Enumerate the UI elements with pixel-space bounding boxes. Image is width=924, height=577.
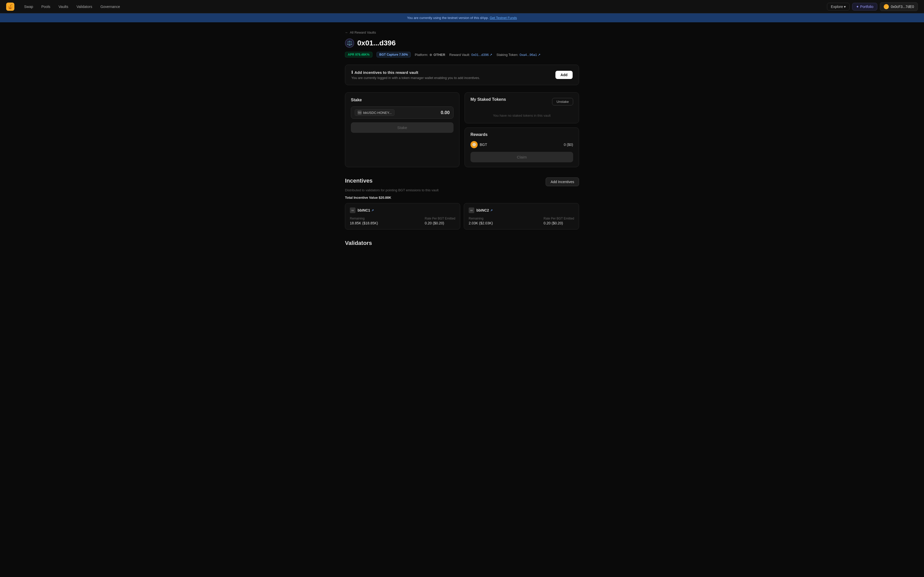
nav-vaults[interactable]: Vaults (55, 3, 72, 10)
vault-icon: ⚖️ (345, 39, 354, 48)
info-icon: ℹ (351, 70, 353, 75)
incentive-card-1: bbl bbINC1 ↗ Remaining 18.85K ($18.85K) … (345, 203, 460, 229)
inc-icon-1: bbl (350, 208, 355, 213)
stake-section: Stake TKN bbUSDC-HONEY... 0.00 Stake My … (345, 92, 579, 167)
validators-section: Validators (345, 240, 579, 247)
page-title: 0x01...d396 (357, 39, 396, 47)
back-link[interactable]: ← All Reward Vaults (345, 31, 579, 34)
wallet-avatar (884, 4, 889, 9)
token-icon: TKN (357, 111, 362, 114)
bgt-token: 🅑 BGT (470, 141, 487, 148)
incentive-data-2: Remaining 2.03K ($2.03K) Rate Per BGT Em… (468, 217, 574, 225)
staked-tokens-title: My Staked Tokens (470, 97, 506, 102)
unstake-button[interactable]: Unstake (552, 98, 573, 105)
banner-text: You are currently using the testnet vers… (407, 16, 489, 20)
external-link-icon: ↗ (489, 53, 492, 57)
nav-swap[interactable]: Swap (21, 3, 37, 10)
incentives-title: Incentives (345, 177, 373, 184)
testnet-banner: You are currently using the testnet vers… (0, 13, 924, 22)
inc-remaining-2: Remaining 2.03K ($2.03K) (468, 217, 493, 225)
staked-tokens-header: My Staked Tokens Unstake (470, 97, 573, 106)
inc-rate-2: Rate Per BGT Emitted 0.20 ($0.20) (544, 217, 574, 225)
nav-right: Explore ▾ ✦ Portfolio 0x0cF3...7dE0 (827, 2, 918, 11)
incentives-title-group: Incentives (345, 177, 373, 184)
add-incentives-info-box: ℹ Add incentives to this reward vault Yo… (345, 64, 579, 85)
right-cards: My Staked Tokens Unstake You have no sta… (465, 92, 579, 167)
nav-links: Swap Pools Vaults Validators Governance (21, 3, 825, 10)
incentive-token-row-2: bbl bbINC2 ↗ (468, 208, 574, 213)
staking-token-item: Staking Token: 0xa4...96a1 ↗ (496, 53, 541, 57)
nav-validators[interactable]: Validators (73, 3, 96, 10)
token-selector[interactable]: TKN bbUSDC-HONEY... (355, 109, 394, 116)
meta-row: APR 979.46K% BGT Capture 7.50% Platform:… (345, 52, 579, 58)
claim-button[interactable]: Claim (470, 152, 573, 162)
inc-name-1: bbINC1 ↗ (357, 208, 374, 212)
inc-remaining-1: Remaining 18.85K ($18.85K) (350, 217, 378, 225)
incentive-card-2: bbl bbINC2 ↗ Remaining 2.03K ($2.03K) Ra… (464, 203, 579, 229)
reward-vault-item: Reward Vault: 0x01...d396 ↗ (449, 53, 493, 57)
platform-item: Platform: ⊕ OTHER (415, 53, 445, 57)
testnet-funds-link[interactable]: Get Testnet Funds (490, 16, 517, 20)
arrow-left-icon: ← (345, 31, 348, 34)
rewards-title: Rewards (470, 132, 573, 137)
portfolio-button[interactable]: ✦ Portfolio (852, 3, 877, 11)
reward-token-name: BGT (480, 143, 487, 147)
wallet-button[interactable]: 0x0cF3...7dE0 (880, 2, 918, 11)
main-content: ← All Reward Vaults ⚖️ 0x01...d396 APR 9… (339, 22, 585, 257)
external-link-icon-2: ↗ (538, 53, 541, 57)
incentives-header: Incentives Add Incentives (345, 177, 579, 186)
incentive-data-1: Remaining 18.85K ($18.85K) Rate Per BGT … (350, 217, 456, 225)
inc-ext-link-2[interactable]: ↗ (490, 209, 493, 212)
back-link-text: All Reward Vaults (350, 31, 376, 34)
incentive-token-row-1: bbl bbINC1 ↗ (350, 208, 456, 213)
stake-amount: 0.00 (441, 110, 450, 115)
apr-badge: APR 979.46K% (345, 52, 372, 58)
page-title-row: ⚖️ 0x01...d396 (345, 39, 579, 48)
platform-icon: ⊕ (430, 53, 432, 57)
info-box-text: ℹ Add incentives to this reward vault Yo… (351, 70, 480, 80)
staking-token-link[interactable]: 0xa4...96a1 ↗ (520, 53, 541, 57)
logo-icon: 🍯 (7, 4, 13, 10)
inc-name-2: bbINC2 ↗ (477, 208, 493, 212)
nav-governance[interactable]: Governance (97, 3, 123, 10)
incentives-description: Distributed to validators for pointing B… (345, 188, 579, 192)
stake-input-row: TKN bbUSDC-HONEY... 0.00 (351, 106, 454, 119)
nav-pools[interactable]: Pools (38, 3, 54, 10)
bgt-icon: 🅑 (470, 141, 478, 148)
staked-tokens-card: My Staked Tokens Unstake You have no sta… (465, 92, 579, 123)
incentives-section: Incentives Add Incentives Distributed to… (345, 177, 579, 229)
inc-rate-1: Rate Per BGT Emitted 0.20 ($0.20) (425, 217, 456, 225)
stake-card-title: Stake (351, 98, 454, 102)
reward-vault-link[interactable]: 0x01...d396 ↗ (471, 53, 492, 57)
incentive-cards-grid: bbl bbINC1 ↗ Remaining 18.85K ($18.85K) … (345, 203, 579, 229)
staked-tokens-empty: You have no staked tokens in this vault (470, 110, 573, 118)
stake-button[interactable]: Stake (351, 122, 454, 133)
add-incentives-button[interactable]: Add Incentives (546, 177, 579, 186)
wallet-address: 0x0cF3...7dE0 (891, 5, 914, 9)
navbar: 🍯 Swap Pools Vaults Validators Governanc… (0, 0, 924, 13)
chevron-down-icon: ▾ (844, 5, 846, 9)
total-incentive-value: Total Incentive Value $20.88K (345, 196, 579, 200)
inc-ext-link-1[interactable]: ↗ (372, 209, 374, 212)
app-logo[interactable]: 🍯 (6, 3, 15, 11)
info-add-button[interactable]: Add (556, 71, 573, 79)
reward-amount: 0 ($0) (564, 143, 573, 147)
reward-row: 🅑 BGT 0 ($0) (470, 141, 573, 148)
token-name: bbUSDC-HONEY... (363, 111, 392, 114)
inc-icon-2: bbl (468, 208, 474, 213)
bgt-capture-badge: BGT Capture 7.50% (376, 52, 411, 58)
stake-card: Stake TKN bbUSDC-HONEY... 0.00 Stake (345, 92, 459, 167)
explore-button[interactable]: Explore ▾ (827, 3, 850, 11)
validators-title: Validators (345, 240, 579, 247)
rewards-card: Rewards 🅑 BGT 0 ($0) Claim (465, 127, 579, 167)
